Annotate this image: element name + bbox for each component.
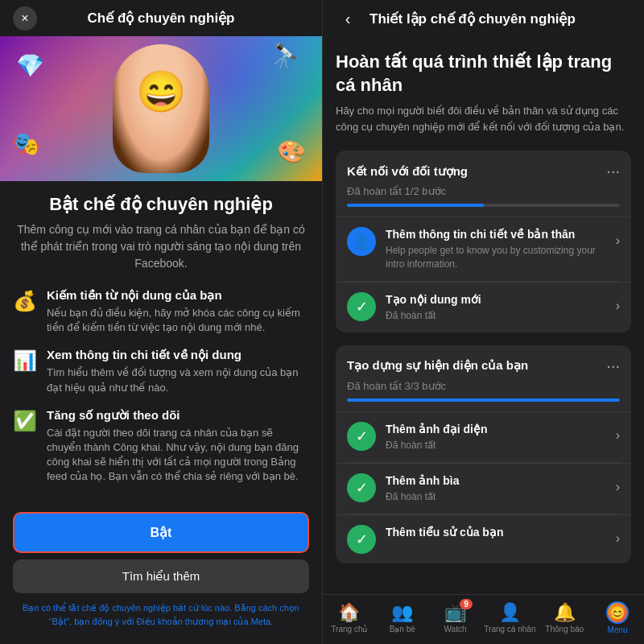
feature-title-3: Tăng số người theo dõi: [47, 408, 309, 423]
progress-fill-1: [347, 204, 484, 207]
nav-item-profile[interactable]: 👤 Trang cá nhân: [484, 602, 535, 634]
step-icon-symbol-2-1: ✓: [356, 427, 368, 445]
right-panel-title: Thiết lập chế độ chuyên nghiệp: [369, 10, 576, 27]
step-text-1-2: Tạo nội dung mới Đã hoàn tất: [386, 292, 606, 323]
page-title: Hoàn tất quá trình thiết lập trang cá nh…: [336, 51, 631, 97]
section-more-icon-1[interactable]: ···: [606, 162, 620, 180]
feature-icon-1: 💰: [13, 290, 37, 312]
hero-decor-3: 🎭: [12, 130, 40, 157]
step-arrow-2-2: ›: [616, 480, 620, 494]
close-icon: ×: [21, 11, 28, 26]
step-icon-symbol-2-3: ✓: [356, 530, 368, 548]
main-title: Bật chế độ chuyên nghiệp: [13, 194, 309, 215]
step-icon-symbol-1-2: ✓: [356, 298, 368, 316]
step-icon-2-2: ✓: [347, 473, 376, 502]
feature-item-2: 📊 Xem thông tin chi tiết về nội dung Tìm…: [13, 348, 309, 394]
feature-text-2: Xem thông tin chi tiết về nội dung Tìm h…: [47, 348, 309, 394]
step-arrow-1-2: ›: [616, 299, 620, 313]
feature-desc-3: Cài đặt người theo dõi trang cá nhân của…: [47, 426, 309, 485]
home-icon: 🏠: [338, 602, 360, 623]
learn-more-button[interactable]: Tìm hiểu thêm: [13, 559, 309, 593]
nav-label-watch: Watch: [444, 625, 467, 634]
bottom-note: Bạn có thể tắt chế độ chuyên nghiệp bất …: [13, 601, 309, 628]
bottom-nav: 🏠 Trang chủ 👥 Bạn bè 📺 9 Watch 👤 Trang c…: [323, 594, 644, 644]
step-arrow-2-3: ›: [616, 531, 620, 546]
hero-decor-1: 💎: [16, 52, 44, 79]
section-subtitle-2: Đã hoàn tất 3/3 bước: [336, 380, 631, 398]
avatar: 😊: [606, 601, 629, 624]
right-panel: ‹ Thiết lập chế độ chuyên nghiệp Hoàn tấ…: [322, 0, 644, 644]
hero-decor-4: 🎨: [275, 135, 308, 168]
feature-item-1: 💰 Kiếm tiền từ nội dung của bạn Nếu bạn …: [13, 288, 309, 335]
feature-desc-1: Nếu bạn đủ điều kiện, hãy mở khóa các cô…: [47, 306, 309, 335]
nav-label-home: Trang chủ: [331, 625, 367, 634]
hero-decor-2: 🔭: [266, 40, 301, 75]
step-item-1-1[interactable]: 👤 Thêm thông tin chi tiết về bản thân He…: [336, 217, 631, 281]
step-icon-2-3: ✓: [347, 525, 376, 554]
progress-bar-1: [347, 204, 620, 207]
step-item-2-3[interactable]: ✓ Thêm tiểu sử của bạn ›: [336, 514, 631, 564]
step-desc-1-2: Đã hoàn tất: [386, 309, 606, 323]
feature-item-3: ✅ Tăng số người theo dõi Cài đặt người t…: [13, 408, 309, 485]
bottom-note-link[interactable]: Điều khoản thương mại của Meta.: [136, 617, 273, 626]
section-card-1: Kết nối với đối tượng ··· Đã hoàn tất 1/…: [336, 151, 631, 332]
section-more-icon-2[interactable]: ···: [606, 357, 620, 375]
section-header-2: Tạo dựng sự hiện diện của bạn ···: [336, 345, 631, 380]
feature-text-3: Tăng số người theo dõi Cài đặt người the…: [47, 408, 309, 485]
friends-icon: 👥: [391, 602, 413, 623]
step-text-2-3: Thêm tiểu sử của bạn: [386, 525, 606, 542]
enable-button[interactable]: Bật: [13, 512, 309, 553]
progress-bar-2: [347, 398, 620, 402]
step-icon-1-1: 👤: [347, 227, 376, 256]
nav-label-notifications: Thông báo: [545, 625, 584, 634]
left-header: × Chế độ chuyên nghiệp: [0, 0, 322, 36]
nav-item-home[interactable]: 🏠 Trang chủ: [325, 602, 374, 634]
nav-label-profile: Trang cá nhân: [484, 625, 535, 634]
step-desc-2-1: Đã hoàn tất: [386, 439, 606, 452]
back-icon: ‹: [345, 10, 351, 28]
step-icon-symbol-2-2: ✓: [356, 479, 368, 497]
step-icon-1-2: ✓: [347, 292, 376, 321]
hero-image: 💎 🔭 🎭 🎨: [0, 36, 322, 181]
step-item-2-1[interactable]: ✓ Thêm ảnh đại diện Đã hoàn tất ›: [336, 411, 631, 462]
left-panel: × Chế độ chuyên nghiệp 💎 🔭 🎭 🎨 Bật chế đ…: [0, 0, 322, 644]
feature-text-1: Kiếm tiền từ nội dung của bạn Nếu bạn đủ…: [47, 288, 309, 335]
step-item-2-2[interactable]: ✓ Thêm ảnh bìa Đã hoàn tất ›: [336, 463, 631, 514]
step-text-2-1: Thêm ảnh đại diện Đã hoàn tất: [386, 422, 606, 452]
close-button[interactable]: ×: [13, 6, 37, 31]
hero-person: [113, 44, 209, 173]
feature-title-1: Kiếm tiền từ nội dung của bạn: [47, 288, 309, 303]
nav-label-menu: Menu: [608, 625, 628, 634]
feature-icon-2: 📊: [13, 349, 37, 372]
back-button[interactable]: ‹: [336, 10, 360, 28]
step-title-2-3: Thêm tiểu sử của bạn: [386, 525, 606, 539]
step-icon-2-1: ✓: [347, 422, 376, 451]
feature-title-2: Xem thông tin chi tiết về nội dung: [47, 348, 309, 362]
step-item-1-2[interactable]: ✓ Tạo nội dung mới Đã hoàn tất ›: [336, 282, 631, 332]
step-desc-1-1: Help people get to know you by customizi…: [386, 244, 606, 271]
main-desc: Thêm công cụ mới vào trang cá nhân của b…: [13, 221, 309, 272]
feature-icon-3: ✅: [13, 410, 37, 432]
watch-icon: 📺 9: [444, 602, 466, 623]
section-title-1: Kết nối với đối tượng: [347, 164, 468, 179]
right-header: ‹ Thiết lập chế độ chuyên nghiệp: [323, 0, 644, 38]
right-content: Hoàn tất quá trình thiết lập trang cá nh…: [323, 38, 644, 594]
page-subtitle: Hãy cho mọi người biết đôi điều về bản t…: [336, 103, 631, 134]
feature-desc-2: Tìm hiểu thêm về đối tượng và xem nội du…: [47, 365, 309, 394]
step-desc-2-2: Đã hoàn tất: [386, 490, 606, 504]
nav-item-watch[interactable]: 📺 9 Watch: [431, 602, 480, 634]
step-arrow-1-1: ›: [616, 233, 620, 248]
nav-item-friends[interactable]: 👥 Bạn bè: [378, 602, 427, 634]
section-title-2: Tạo dựng sự hiện diện của bạn: [347, 358, 528, 373]
nav-item-menu[interactable]: 😊 Menu: [593, 601, 642, 634]
left-panel-title: Chế độ chuyên nghiệp: [88, 10, 235, 27]
nav-item-notifications[interactable]: 🔔 Thông báo: [540, 602, 588, 634]
nav-label-friends: Bạn bè: [390, 625, 415, 634]
left-bottom: Bật Tìm hiểu thêm Bạn có thể tắt chế độ …: [0, 502, 322, 644]
progress-fill-2: [347, 398, 620, 402]
step-title-1-2: Tạo nội dung mới: [386, 292, 606, 307]
step-arrow-2-1: ›: [616, 428, 620, 443]
section-card-2: Tạo dựng sự hiện diện của bạn ··· Đã hoà…: [336, 345, 631, 564]
step-title-2-1: Thêm ảnh đại diện: [386, 422, 606, 436]
section-subtitle-1: Đã hoàn tất 1/2 bước: [336, 185, 631, 204]
